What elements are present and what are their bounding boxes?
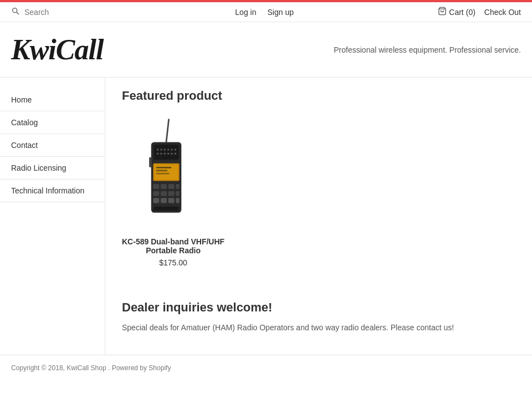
featured-title: Featured product [122,89,515,103]
auth-links: Log in Sign up [235,8,294,17]
svg-rect-26 [176,184,179,189]
svg-rect-5 [154,145,178,160]
product-name-line2: Portable Radio [122,246,224,255]
sidebar-item-contact[interactable]: Contact [0,134,105,157]
search-input[interactable] [24,8,91,17]
svg-point-16 [171,153,173,155]
svg-line-1 [17,12,19,14]
header: KwiCall Professional wireless equipment.… [0,22,532,78]
content-area: Featured product [105,78,532,355]
tagline: Professional wireless equipment. Profess… [334,45,521,54]
svg-rect-24 [161,184,167,189]
login-link[interactable]: Log in [235,8,256,17]
svg-point-7 [160,149,162,151]
product-name-line1: KC-589 Dual-band VHF/UHF [122,237,224,246]
svg-rect-32 [161,198,167,203]
logo[interactable]: KwiCall [11,33,150,66]
footer-separator: . [108,364,110,372]
svg-point-12 [157,153,159,155]
dealer-description: Special deals for Amatuer (HAM) Radio Op… [122,321,515,334]
footer-shopify-link[interactable]: Powered by Shopify [112,364,171,372]
svg-rect-35 [154,207,178,211]
sidebar: Home Catalog Contact Radio Licensing Tec… [0,78,105,355]
cart-area: Cart (0) Check Out [438,7,521,17]
cart-link[interactable]: Cart (0) [438,7,475,17]
svg-point-14 [163,153,166,155]
svg-rect-30 [176,191,179,196]
svg-rect-33 [168,198,175,203]
footer: Copyright © 2018, KwiCall Shop . Powered… [0,355,532,381]
dealer-section: Dealer inquiries welcome! Special deals … [122,300,515,334]
dealer-title: Dealer inquiries welcome! [122,300,515,315]
svg-point-6 [157,149,159,151]
cart-count: (0) [466,8,475,17]
svg-rect-36 [149,157,152,167]
svg-rect-27 [153,191,159,196]
checkout-link[interactable]: Check Out [484,8,521,17]
svg-point-13 [160,153,162,155]
cart-icon [438,7,447,17]
footer-shop-link[interactable]: KwiCall Shop [66,364,106,372]
product-radio-image [139,117,194,228]
svg-point-10 [171,149,173,151]
svg-point-17 [175,153,177,155]
product-image [122,114,211,231]
svg-rect-34 [176,198,179,203]
top-bar: Log in Sign up Cart (0) Check Out [0,2,532,22]
sidebar-item-catalog[interactable]: Catalog [0,111,105,134]
main-layout: Home Catalog Contact Radio Licensing Tec… [0,78,532,355]
svg-point-8 [163,149,166,151]
svg-point-15 [167,153,170,155]
sidebar-item-technical-information[interactable]: Technical Information [0,180,105,202]
footer-copyright: Copyright © 2018, [11,364,65,372]
product-price: $175.00 [122,258,224,267]
svg-point-0 [13,8,17,13]
search-area [11,7,91,17]
svg-rect-20 [156,167,171,168]
svg-rect-28 [161,191,167,196]
svg-rect-22 [156,173,170,175]
signup-link[interactable]: Sign up [267,8,293,17]
svg-rect-25 [168,184,175,189]
cart-label: Cart [449,8,463,17]
logo-container: KwiCall [11,33,150,66]
svg-line-3 [166,120,169,142]
svg-point-11 [175,149,177,151]
sidebar-item-home[interactable]: Home [0,89,105,111]
product-card[interactable]: KC-589 Dual-band VHF/UHF Portable Radio … [122,114,224,267]
svg-rect-23 [153,184,159,189]
search-icon [11,7,20,17]
svg-rect-29 [168,191,175,196]
svg-point-9 [167,149,170,151]
svg-rect-31 [153,198,159,203]
svg-rect-21 [156,170,167,171]
sidebar-item-radio-licensing[interactable]: Radio Licensing [0,157,105,180]
